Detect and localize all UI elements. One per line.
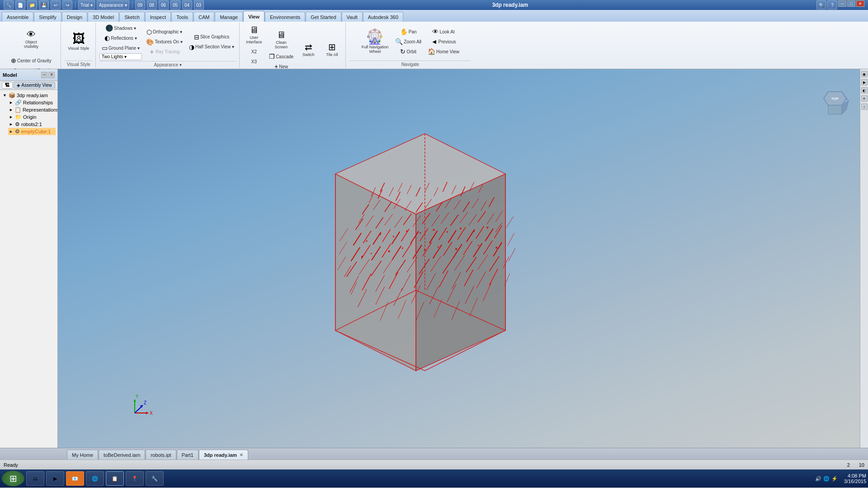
full-nav-wheel-btn[interactable]: 🎡 Full NavigationWheel: [359, 26, 392, 57]
orthographic-icon: ⬡: [146, 29, 152, 35]
right-btn-3[interactable]: ◐: [861, 87, 868, 94]
sidebar-minimize-btn[interactable]: ─: [41, 72, 47, 78]
num-btn-04[interactable]: 04: [182, 0, 192, 9]
close-btn[interactable]: ✕: [856, 0, 864, 7]
tree-item-origin[interactable]: ► 📁 Origin: [8, 113, 56, 121]
num-btn-08[interactable]: 08: [147, 0, 157, 9]
tab-robots[interactable]: robots.ipt: [146, 450, 176, 460]
textures-on-btn[interactable]: 🎨 Textures On ▾: [144, 38, 185, 47]
lighting-dropdown[interactable]: Two Lights ▾: [99, 53, 142, 60]
reflections-btn[interactable]: ◐ Reflections ▾: [99, 33, 142, 42]
viewport[interactable]: TOP X Y Z: [58, 69, 860, 448]
tab-environments[interactable]: Environments: [265, 12, 305, 22]
zoom-all-btn[interactable]: 🔍 Zoom All: [393, 37, 424, 46]
tab-simplify[interactable]: Simplify: [34, 12, 61, 22]
tab-tools[interactable]: Tools: [171, 12, 193, 22]
quick-redo[interactable]: ↪: [62, 0, 72, 9]
tile-all-btn[interactable]: ⊞ Tile All: [321, 38, 343, 61]
user-interface-btn[interactable]: 🖥 UserInterface: [243, 23, 265, 46]
taskbar-browser[interactable]: 🌐: [86, 471, 104, 486]
right-btn-1[interactable]: ◉: [861, 71, 868, 77]
clean-screen-btn[interactable]: 🖥 CleanScreen: [267, 28, 296, 51]
quick-new[interactable]: 📄: [15, 0, 25, 9]
tab-cam[interactable]: CAM: [193, 12, 214, 22]
help-btn[interactable]: ?: [827, 0, 837, 9]
quick-open[interactable]: 📁: [27, 0, 37, 9]
object-visibility-label: ObjectVisibility: [24, 40, 38, 49]
tab-to-be-derived[interactable]: toBeDerived.iam: [99, 450, 145, 460]
start-button[interactable]: ⊞: [2, 471, 24, 486]
tab-autodesk360[interactable]: Autodesk 360: [363, 12, 403, 22]
tab-vault[interactable]: Vault: [342, 12, 363, 22]
tab-sketch[interactable]: Sketch: [119, 12, 145, 22]
num-btn-06[interactable]: 06: [159, 0, 169, 9]
appearance-dropdown[interactable]: Appearance ▾: [97, 0, 129, 9]
tab-inspect[interactable]: Inspect: [145, 12, 171, 22]
x3-btn[interactable]: X3: [243, 57, 265, 66]
tab-close-icon[interactable]: ✕: [240, 453, 243, 457]
shadows-btn[interactable]: 🌑 Shadows ▾: [99, 23, 142, 33]
main-area: Model ─ ? 🏗 ◈ Assembly View ▼ 📦 3dp read…: [0, 69, 868, 448]
taskbar-files[interactable]: 🗂: [26, 471, 44, 486]
tray-icon-2: 🌐: [823, 476, 830, 482]
look-at-btn[interactable]: 👁 Look At: [425, 27, 462, 36]
half-section-btn[interactable]: ◑ Half Section View ▾: [187, 42, 236, 52]
tree-item-root[interactable]: ▼ 📦 3dp ready.iam: [2, 92, 56, 99]
tree-item-relationships[interactable]: ► 🔗 Relationships: [8, 99, 56, 106]
tab-assemble[interactable]: Assemble: [2, 12, 33, 22]
taskbar-media[interactable]: ▶: [46, 471, 64, 486]
windows-col1: 🖥 UserInterface X2 X3 ZS: [243, 23, 265, 76]
clean-screen-label: CleanScreen: [275, 40, 288, 49]
ground-plane-btn[interactable]: ▭ Ground Plane ▾: [99, 43, 142, 52]
tab-3dp-ready[interactable]: 3dp ready.iam ✕: [199, 450, 248, 460]
nav-cube[interactable]: TOP: [819, 87, 851, 119]
look-at-label: Look At: [439, 29, 454, 34]
style-dropdown[interactable]: Trial ▾: [78, 0, 95, 9]
home-view-btn[interactable]: 🏠 Home View: [425, 47, 462, 56]
shadows-label: Shadows ▾: [114, 26, 136, 31]
tab-part1[interactable]: Part1: [177, 450, 198, 460]
cascade-btn[interactable]: ❐ Cascade: [267, 52, 296, 61]
tree-item-emptycube[interactable]: ► ⚙ emptyCube:1: [8, 128, 56, 135]
taskbar-app2[interactable]: 🔧: [146, 471, 164, 486]
right-btn-2[interactable]: ▶: [861, 79, 868, 85]
x2-btn[interactable]: X2: [243, 47, 265, 56]
slice-graphics-btn[interactable]: ⊟ Slice Graphics: [187, 33, 236, 42]
right-btn-5[interactable]: ↕: [861, 103, 868, 110]
tab-my-home[interactable]: My Home: [67, 450, 98, 460]
taskbar-app1[interactable]: 📍: [126, 471, 144, 486]
tab-3dmodel[interactable]: 3D Model: [88, 12, 119, 22]
tab-view[interactable]: View: [243, 11, 264, 22]
num-btn-05[interactable]: 05: [170, 0, 180, 9]
minimize-btn[interactable]: ─: [838, 0, 846, 7]
taskbar-mail[interactable]: 📧: [66, 471, 84, 486]
num-btn-03[interactable]: 03: [194, 0, 204, 9]
right-btn-4[interactable]: ≡: [861, 95, 868, 102]
expander-robots: ►: [9, 122, 14, 127]
search-icon[interactable]: 🔍: [816, 0, 826, 9]
num-btn-09[interactable]: 09: [135, 0, 145, 9]
panel-tab-assembly[interactable]: ◈ Assembly View: [14, 82, 55, 89]
tab-get-started[interactable]: Get Started: [306, 12, 341, 22]
tree-item-robots[interactable]: ► ⚙ robots2:1: [8, 121, 56, 128]
maximize-btn[interactable]: □: [847, 0, 855, 7]
previous-btn[interactable]: ◄ Previous: [425, 37, 462, 46]
ray-tracing-btn[interactable]: ✦ Ray Tracing: [144, 47, 185, 56]
tab-design[interactable]: Design: [62, 12, 87, 22]
tree-item-representations[interactable]: ► 📋 Representations: [8, 106, 56, 113]
taskbar-inventor[interactable]: 📋: [106, 471, 124, 486]
center-gravity-btn[interactable]: ⊕ Center of Gravity: [5, 56, 58, 65]
object-visibility-btn[interactable]: 👁 ObjectVisibility: [5, 23, 58, 55]
tab-manage[interactable]: Manage: [215, 12, 243, 22]
orthographic-btn[interactable]: ⬡ Orthographic ▾: [144, 28, 185, 37]
panel-tab-model[interactable]: 🏗: [2, 82, 13, 89]
tab-to-be-derived-label: toBeDerived.iam: [104, 452, 140, 458]
visual-style-btn[interactable]: 🖼 Visual Style: [65, 23, 92, 60]
quick-undo[interactable]: ↩: [51, 0, 61, 9]
quick-save[interactable]: 💾: [39, 0, 49, 9]
switch-btn[interactable]: ⇄ Switch: [297, 38, 319, 61]
ground-plane-label: Ground Plane ▾: [108, 46, 140, 51]
pan-btn[interactable]: ✋ Pan: [393, 27, 424, 36]
sidebar-help-btn[interactable]: ?: [48, 72, 55, 78]
orbit-btn[interactable]: ↻ Orbit: [393, 47, 424, 56]
